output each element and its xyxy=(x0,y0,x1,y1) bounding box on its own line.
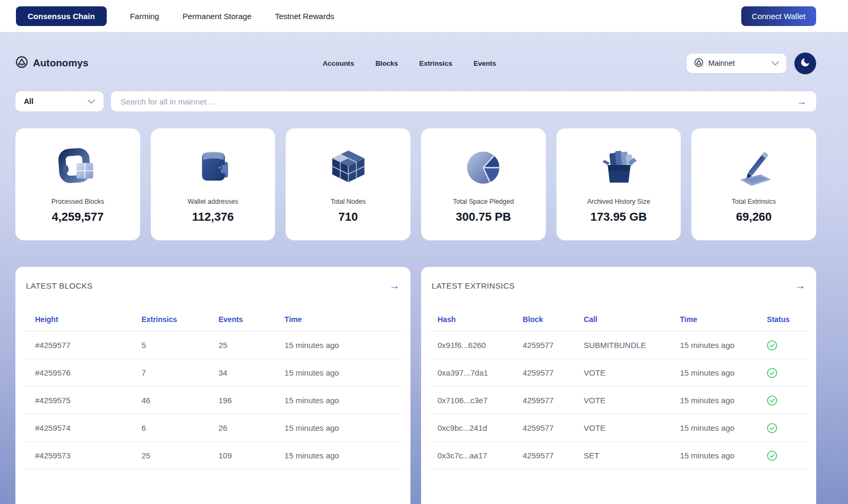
extrinsic-time: 15 minutes ago xyxy=(680,341,767,350)
search-submit-arrow-icon[interactable]: → xyxy=(796,97,807,107)
wallet-3d-icon xyxy=(151,141,276,194)
block-height-link[interactable]: #4259576 xyxy=(35,368,141,377)
view-all-extrinsics-arrow-icon[interactable]: → xyxy=(795,280,806,292)
extrinsic-time: 15 minutes ago xyxy=(680,368,767,377)
block-time: 15 minutes ago xyxy=(285,423,402,432)
stat-value: 300.75 PB xyxy=(421,210,546,224)
nav-blocks[interactable]: Blocks xyxy=(375,59,398,67)
view-all-blocks-arrow-icon[interactable]: → xyxy=(389,280,400,292)
stat-card-archived-history-size: Archived History Size 173.95 GB xyxy=(556,128,681,240)
extrinsic-hash-link[interactable]: 0x91f6...6260 xyxy=(438,341,522,350)
stat-card-total-extrinsics: Total Extrinsics 69,260 xyxy=(691,128,816,240)
stat-card-processed-blocks: Processed Blocks 4,259,577 xyxy=(15,128,140,240)
search-input[interactable] xyxy=(121,97,796,106)
status-success-icon xyxy=(767,368,808,378)
panel-title: LATEST BLOCKS xyxy=(26,281,93,290)
network-selected-label: Mainnet xyxy=(708,59,735,67)
table-row[interactable]: 0xa397...7da1 4259577 VOTE 15 minutes ag… xyxy=(430,359,808,387)
table-row[interactable]: #4259573 25 109 15 minutes ago xyxy=(24,442,402,470)
nav-extrinsics[interactable]: Extrinsics xyxy=(419,59,452,67)
block-height-link[interactable]: #4259577 xyxy=(35,341,141,350)
table-row[interactable]: 0x3c7c...aa17 4259577 SET 15 minutes ago xyxy=(430,442,808,470)
explorer-nav: Accounts Blocks Extrinsics Events xyxy=(132,59,687,67)
block-time: 15 minutes ago xyxy=(285,451,402,460)
block-height-link[interactable]: #4259575 xyxy=(35,396,141,405)
brand-logo[interactable]: Autonomys xyxy=(15,56,132,71)
search-row: All → xyxy=(15,91,816,111)
tab-testnet-rewards[interactable]: Testnet Rewards xyxy=(275,12,335,21)
stat-card-wallet-addresses: Wallet addresses 112,376 xyxy=(151,128,276,240)
search-bar: → xyxy=(111,91,816,111)
block-events-count: 34 xyxy=(218,368,284,377)
chevron-down-icon xyxy=(772,59,779,67)
stats-row: Processed Blocks 4,259,577 Wallet addres… xyxy=(15,128,816,240)
extrinsic-hash-link[interactable]: 0xa397...7da1 xyxy=(438,368,522,377)
tab-consensus-chain[interactable]: Consensus Chain xyxy=(16,6,107,26)
block-height-link[interactable]: #4259574 xyxy=(35,423,141,432)
stat-value: 4,259,577 xyxy=(15,210,140,224)
extrinsic-block: 4259577 xyxy=(522,368,584,377)
blocks-table-header: Height Extrinsics Events Time xyxy=(24,315,402,332)
tables-row: LATEST BLOCKS → Height Extrinsics Events… xyxy=(15,267,816,504)
panel-title: LATEST EXTRINSICS xyxy=(432,281,515,290)
col-events: Events xyxy=(218,315,284,324)
stat-label: Wallet addresses xyxy=(151,198,276,205)
block-height-link[interactable]: #4259573 xyxy=(35,451,141,460)
extrinsic-block: 4259577 xyxy=(522,423,584,432)
explorer-header: Autonomys Accounts Blocks Extrinsics Eve… xyxy=(15,32,816,76)
autonomys-logo-icon xyxy=(694,58,704,69)
space-3d-icon xyxy=(421,141,546,194)
network-selector[interactable]: Mainnet xyxy=(687,54,786,73)
table-row[interactable]: #4259577 5 25 15 minutes ago xyxy=(24,332,402,359)
extrinsic-call: VOTE xyxy=(584,423,680,432)
tab-farming[interactable]: Farming xyxy=(130,12,159,21)
col-call: Call xyxy=(584,315,680,324)
block-events-count: 196 xyxy=(218,396,284,405)
connect-wallet-button[interactable]: Connect Wallet xyxy=(741,6,816,26)
latest-blocks-panel: LATEST BLOCKS → Height Extrinsics Events… xyxy=(15,267,410,504)
extrinsic-hash-link[interactable]: 0xc9bc...241d xyxy=(438,423,522,432)
extrinsic-time: 15 minutes ago xyxy=(680,451,767,460)
block-events-count: 109 xyxy=(218,451,284,460)
extrinsic-block: 4259577 xyxy=(522,451,584,460)
extrinsic-hash-link[interactable]: 0x7106...c3e7 xyxy=(438,396,522,405)
nav-accounts[interactable]: Accounts xyxy=(323,59,354,67)
stat-card-total-space-pledged: Total Space Pledged 300.75 PB xyxy=(421,128,546,240)
block-extrinsics-count: 25 xyxy=(141,451,218,460)
table-row[interactable]: 0x7106...c3e7 4259577 VOTE 15 minutes ag… xyxy=(430,387,808,414)
table-row[interactable]: 0x91f6...6260 4259577 SUBMITBUNDLE 15 mi… xyxy=(430,332,808,359)
tab-permanent-storage[interactable]: Permanent Storage xyxy=(183,12,252,21)
dark-mode-toggle[interactable] xyxy=(794,53,816,74)
stat-value: 173.95 GB xyxy=(556,210,681,224)
extrinsic-call: VOTE xyxy=(584,368,680,377)
table-row[interactable]: #4259576 7 34 15 minutes ago xyxy=(24,359,402,387)
archive-3d-icon xyxy=(556,141,681,194)
extrinsic-time: 15 minutes ago xyxy=(680,396,767,405)
block-events-count: 26 xyxy=(218,423,284,432)
block-events-count: 25 xyxy=(218,341,284,350)
filter-selected-value: All xyxy=(24,97,33,106)
table-row[interactable]: 0xc9bc...241d 4259577 VOTE 15 minutes ag… xyxy=(430,414,808,442)
brand-name: Autonomys xyxy=(33,57,89,69)
status-success-icon xyxy=(767,340,808,351)
block-time: 15 minutes ago xyxy=(285,396,402,405)
block-extrinsics-count: 5 xyxy=(141,341,218,350)
block-extrinsics-count: 46 xyxy=(141,396,218,405)
extrinsic-call: VOTE xyxy=(584,396,680,405)
stat-label: Archived History Size xyxy=(556,198,681,205)
status-success-icon xyxy=(767,450,808,461)
moon-icon xyxy=(800,57,811,69)
extrinsic-hash-link[interactable]: 0x3c7c...aa17 xyxy=(438,451,522,460)
table-row[interactable]: #4259574 6 26 15 minutes ago xyxy=(24,414,402,442)
table-row[interactable]: #4259575 46 196 15 minutes ago xyxy=(24,387,402,414)
stat-value: 112,376 xyxy=(151,210,276,224)
stat-label: Processed Blocks xyxy=(15,198,140,205)
extrinsics-table-header: Hash Block Call Time Status xyxy=(430,315,808,332)
extrinsic-call: SET xyxy=(584,451,680,460)
chevron-down-icon xyxy=(88,97,95,106)
status-success-icon xyxy=(767,395,808,406)
page-background: Autonomys Accounts Blocks Extrinsics Eve… xyxy=(0,32,848,504)
search-filter-select[interactable]: All xyxy=(15,91,104,111)
nav-events[interactable]: Events xyxy=(474,59,496,67)
extrinsics-3d-icon xyxy=(691,141,816,194)
